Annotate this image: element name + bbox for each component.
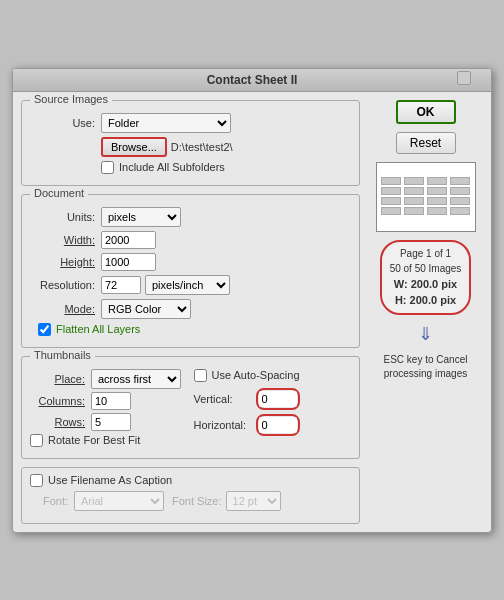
- contact-sheet-dialog: Contact Sheet II Source Images Use: Fold…: [12, 68, 492, 533]
- width-info: W: 200.0 pix: [390, 276, 462, 293]
- left-panel: Source Images Use: Folder Browse... D:\t…: [21, 100, 360, 524]
- vertical-input[interactable]: [259, 391, 297, 407]
- use-autospacing-checkbox[interactable]: [194, 369, 207, 382]
- thumb-cell: [404, 187, 424, 195]
- ok-button[interactable]: OK: [396, 100, 456, 124]
- browse-button[interactable]: Browse...: [101, 137, 167, 157]
- vertical-label: Vertical:: [194, 393, 256, 405]
- units-select[interactable]: pixels: [101, 207, 181, 227]
- flatten-layers-checkbox[interactable]: [38, 323, 51, 336]
- title-bar: Contact Sheet II: [13, 69, 491, 92]
- resolution-input[interactable]: [101, 276, 141, 294]
- use-label: Use:: [30, 117, 95, 129]
- rotate-best-fit-checkbox[interactable]: [30, 434, 43, 447]
- preview-box: [376, 162, 476, 232]
- caption-section: Use Filename As Caption Font: Arial Font…: [21, 467, 360, 524]
- resolution-unit-select[interactable]: pixels/inch: [145, 275, 230, 295]
- place-label: Place:: [30, 373, 85, 385]
- columns-input[interactable]: [91, 392, 131, 410]
- dialog-title: Contact Sheet II: [207, 73, 298, 87]
- columns-label: Columns:: [30, 395, 85, 407]
- thumbnails-section: Thumbnails Place: across first Columns:: [21, 356, 360, 459]
- thumb-cell: [404, 177, 424, 185]
- thumb-cell: [404, 207, 424, 215]
- font-size-label: Font Size:: [172, 495, 222, 507]
- height-input[interactable]: 1000: [101, 253, 156, 271]
- process-icon: ⇓: [418, 323, 433, 345]
- info-box: Page 1 of 1 50 of 50 Images W: 200.0 pix…: [380, 240, 472, 315]
- rows-label: Rows:: [30, 416, 85, 428]
- font-select[interactable]: Arial: [74, 491, 164, 511]
- flatten-label: Flatten All Layers: [56, 323, 140, 335]
- horizontal-input[interactable]: [259, 417, 297, 433]
- use-filename-checkbox[interactable]: [30, 474, 43, 487]
- thumb-cell: [381, 177, 401, 185]
- minimize-button[interactable]: [457, 71, 471, 85]
- width-label: Width:: [30, 234, 95, 246]
- height-label: Height:: [30, 256, 95, 268]
- page-info: Page 1 of 1: [390, 246, 462, 261]
- height-info: H: 200.0 pix: [390, 292, 462, 309]
- use-select[interactable]: Folder: [101, 113, 231, 133]
- thumb-cell: [450, 187, 470, 195]
- include-subfolders-checkbox[interactable]: [101, 161, 114, 174]
- font-label: Font:: [30, 495, 68, 507]
- thumb-cell: [427, 187, 447, 195]
- place-select[interactable]: across first: [91, 369, 181, 389]
- include-subfolders-label: Include All Subfolders: [119, 161, 225, 173]
- width-input[interactable]: 2000: [101, 231, 156, 249]
- thumb-cell: [450, 207, 470, 215]
- use-autospacing-label: Use Auto-Spacing: [212, 369, 300, 381]
- font-size-select[interactable]: 12 pt: [226, 491, 281, 511]
- rotate-label: Rotate For Best Fit: [48, 434, 140, 446]
- thumb-cell: [381, 197, 401, 205]
- horizontal-label: Horizontal:: [194, 419, 256, 431]
- source-section-title: Source Images: [30, 93, 112, 105]
- mode-label: Mode:: [30, 303, 95, 315]
- thumb-cell: [427, 207, 447, 215]
- folder-path: D:\test\test2\: [171, 141, 233, 153]
- use-filename-label: Use Filename As Caption: [48, 474, 172, 486]
- esc-info: ESC key to Cancel processing images: [371, 353, 481, 381]
- thumb-cell: [450, 177, 470, 185]
- document-section: Document Units: pixels Width: 2000 Heigh…: [21, 194, 360, 348]
- source-section: Source Images Use: Folder Browse... D:\t…: [21, 100, 360, 186]
- reset-button[interactable]: Reset: [396, 132, 456, 154]
- thumb-cell: [427, 177, 447, 185]
- resolution-label: Resolution:: [30, 279, 95, 291]
- right-panel: OK Reset: [368, 100, 483, 524]
- thumb-cell: [381, 187, 401, 195]
- mode-select[interactable]: RGB Color: [101, 299, 191, 319]
- document-section-title: Document: [30, 187, 88, 199]
- thumb-cell: [381, 207, 401, 215]
- rows-input[interactable]: [91, 413, 131, 431]
- images-info: 50 of 50 Images: [390, 261, 462, 276]
- thumbnails-section-title: Thumbnails: [30, 349, 95, 361]
- thumb-cell: [427, 197, 447, 205]
- units-label: Units:: [30, 211, 95, 223]
- thumb-cell: [450, 197, 470, 205]
- thumb-cell: [404, 197, 424, 205]
